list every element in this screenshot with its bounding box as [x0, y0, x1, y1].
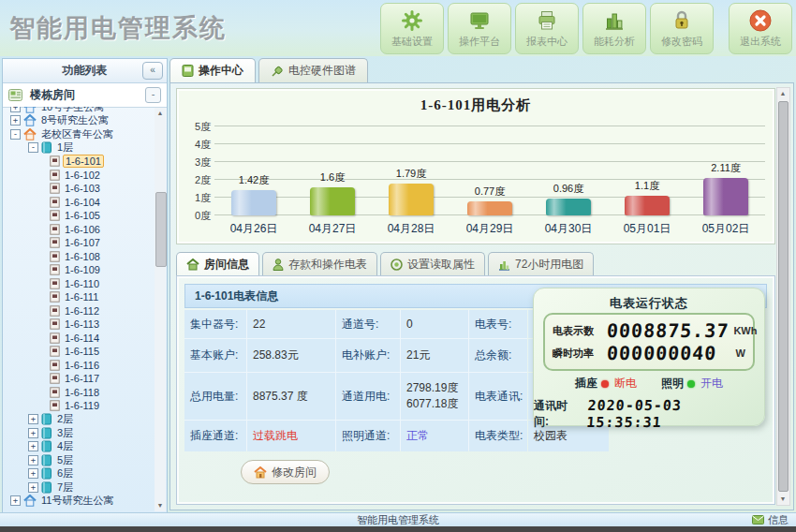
expand-icon[interactable]: + [28, 468, 38, 479]
sidebar-scrollbar[interactable]: ▲ ▼ [155, 108, 166, 511]
scroll-down-icon[interactable]: ▼ [777, 494, 789, 505]
house-blue-icon [23, 107, 37, 113]
main-scrollbar[interactable]: ▲ ▼ [776, 87, 790, 506]
x-tick-label: 05月02日 [686, 221, 765, 240]
sub-tab-4[interactable]: 72小时用电图 [488, 252, 594, 275]
bar-04月27日[interactable] [310, 187, 355, 215]
collapse-icon[interactable]: - [10, 129, 21, 140]
socket-status-dot [601, 380, 609, 388]
tree-item-7层[interactable]: +7层 [3, 480, 167, 495]
expand-icon[interactable]: + [28, 414, 38, 424]
toolbar-button-5[interactable]: 修改密码 [650, 3, 714, 54]
tree-panel-minus-button[interactable]: - [145, 87, 161, 103]
tree-item-1-6-114[interactable]: 1-6-114 [3, 332, 167, 346]
tree-item-1-6-109[interactable]: 1-6-109 [3, 263, 167, 277]
main-tab-1[interactable]: 操作中心 [170, 58, 256, 82]
tree-item-1-6-117[interactable]: 1-6-117 [3, 372, 167, 386]
tree-item-label: 1-6-114 [63, 332, 101, 344]
sub-tab-2[interactable]: 存款和操作电表 [262, 252, 377, 275]
tree-item-5层[interactable]: +5层 [3, 453, 167, 467]
room-icon [50, 318, 60, 330]
x-tick-label: 04月26日 [214, 221, 293, 240]
bar-05月02日[interactable] [703, 178, 748, 215]
tree-item-1-6-104[interactable]: 1-6-104 [3, 196, 167, 210]
instant-power-row: 瞬时功率 000000040 W [553, 342, 745, 364]
expand-icon[interactable]: + [28, 455, 38, 466]
room-icon [50, 237, 60, 248]
tree-item-1-6-107[interactable]: 1-6-107 [3, 236, 167, 250]
bar-column-04月28日: 1.79度 [372, 121, 450, 215]
tree-item-11号研究生公寓[interactable]: +11号研究生公寓 [3, 495, 167, 509]
info-label: 电表类型: [469, 421, 527, 451]
edit-room-button[interactable]: 修改房间 [241, 460, 330, 484]
tree-item-2层[interactable]: +2层 [3, 413, 167, 427]
light-status: 开电 [700, 376, 723, 392]
sub-tab-1[interactable]: 房间信息 [176, 252, 259, 275]
sub-tab-3[interactable]: 设置读取属性 [380, 252, 485, 275]
tree-item-1-6-108[interactable]: 1-6-108 [3, 250, 167, 264]
monitor-icon [468, 8, 491, 33]
tree-item-1-6-106[interactable]: 1-6-106 [3, 223, 167, 237]
tree-item-8号研究生公寓[interactable]: +8号研究生公寓 [3, 114, 167, 128]
toolbar-button-2[interactable]: 操作平台 [448, 3, 511, 54]
scroll-down-icon[interactable]: ▼ [155, 500, 166, 511]
bar-05月01日[interactable] [625, 196, 670, 215]
bar-04月30日[interactable] [546, 199, 591, 215]
toolbar-button-1[interactable]: 基础设置 [380, 3, 444, 54]
expand-icon[interactable]: + [10, 107, 21, 112]
tree-item-老校区青年公寓[interactable]: -老校区青年公寓 [3, 127, 167, 141]
socket-status: 断电 [614, 376, 637, 392]
tree-item-1-6-105[interactable]: 1-6-105 [3, 209, 167, 223]
bar-value-label: 1.6度 [320, 170, 345, 185]
main-tab-2[interactable]: 电控硬件图谱 [258, 58, 368, 82]
bar-04月28日[interactable] [389, 184, 434, 215]
room-icon [50, 155, 60, 167]
tree-item-1-6-115[interactable]: 1-6-115 [3, 345, 167, 359]
collapse-icon[interactable]: - [28, 142, 38, 153]
sidebar-scroll-thumb[interactable] [155, 192, 167, 267]
bar-04月29日[interactable] [467, 201, 512, 215]
tree-item-1-6-103[interactable]: 1-6-103 [3, 182, 167, 196]
sidebar-collapse-button[interactable]: « [142, 62, 163, 80]
room-icon [50, 400, 60, 411]
expand-icon[interactable]: + [28, 441, 38, 451]
tree-item-1-6-101[interactable]: 1-6-101 [3, 155, 167, 169]
expand-icon[interactable]: + [28, 482, 38, 493]
bar-04月26日[interactable] [231, 190, 276, 215]
room-icon [50, 183, 60, 194]
message-button[interactable]: 信息 [752, 513, 789, 527]
x-tick-label: 04月30日 [529, 221, 608, 240]
expand-icon[interactable]: + [10, 495, 21, 506]
tree-item-1-6-102[interactable]: 1-6-102 [3, 169, 167, 183]
console-icon [182, 65, 194, 77]
toolbar-button-6[interactable]: 退出系统 [729, 3, 792, 54]
tree-item-label: 1-6-107 [63, 237, 102, 248]
toolbar-button-4[interactable]: 能耗分析 [582, 3, 646, 54]
main-scroll-thumb[interactable] [778, 101, 789, 492]
tree-item-1-6-112[interactable]: 1-6-112 [3, 304, 167, 318]
window-bottom-edge [0, 526, 796, 532]
tree-item-1-6-111[interactable]: 1-6-111 [3, 290, 167, 304]
bar-value-label: 1.1度 [635, 179, 659, 193]
tree-item-1层[interactable]: -1层 [3, 141, 167, 155]
tree-item-1-6-116[interactable]: 1-6-116 [3, 359, 167, 373]
tree-item-6层[interactable]: +6层 [3, 467, 167, 481]
tree-item-1-6-113[interactable]: 1-6-113 [3, 318, 167, 332]
toolbar-button-label: 退出系统 [740, 35, 781, 49]
tree-item-1-6-119[interactable]: 1-6-119 [3, 399, 167, 413]
tree-panel-bar[interactable]: 楼栋房间 - [3, 83, 167, 108]
tree-item-1-6-110[interactable]: 1-6-110 [3, 277, 167, 291]
expand-icon[interactable]: + [10, 115, 21, 126]
bar-value-label: 0.77度 [475, 185, 505, 199]
scroll-up-icon[interactable]: ▲ [155, 108, 166, 119]
room-icon [50, 224, 60, 235]
scroll-up-icon[interactable]: ▲ [777, 88, 789, 99]
bar-value-label: 1.42度 [239, 173, 269, 187]
toolbar-button-3[interactable]: 报表中心 [515, 3, 579, 54]
tree-item-1-6-118[interactable]: 1-6-118 [3, 386, 167, 400]
tree-item-label: 1-6-108 [63, 251, 102, 262]
tree-item-4层[interactable]: +4层 [3, 440, 167, 454]
edit-room-label: 修改房间 [272, 465, 317, 480]
tree-item-3层[interactable]: +3层 [3, 426, 167, 440]
expand-icon[interactable]: + [28, 428, 38, 438]
